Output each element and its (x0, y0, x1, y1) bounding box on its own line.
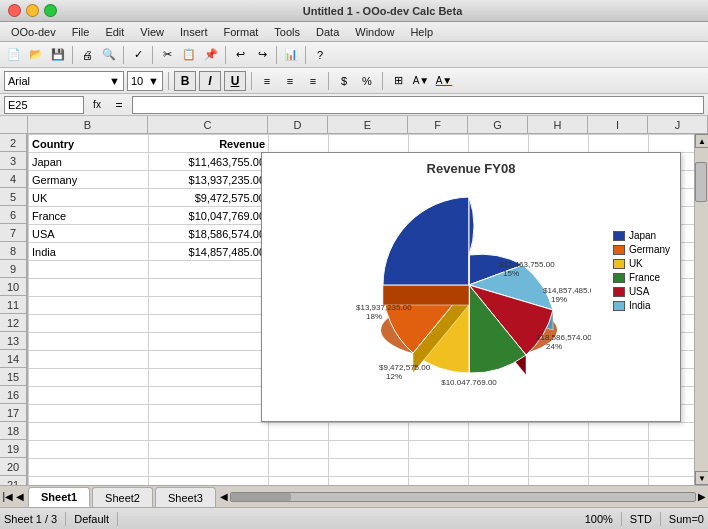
row-header-20[interactable]: 20 (0, 458, 27, 476)
tab-first-btn[interactable]: |◀ (2, 491, 14, 502)
open-icon[interactable]: 📂 (26, 45, 46, 65)
cell-i2[interactable] (589, 135, 649, 153)
menu-tools[interactable]: Tools (267, 24, 307, 40)
underline-button[interactable]: U (224, 71, 246, 91)
cell-c8[interactable]: $14,857,485.00 (149, 243, 269, 261)
sheet-tab-3[interactable]: Sheet3 (155, 487, 216, 507)
align-right-icon[interactable]: ≡ (303, 71, 323, 91)
hscroll-track[interactable] (230, 492, 696, 502)
row-header-19[interactable]: 19 (0, 440, 27, 458)
percent-icon[interactable]: % (357, 71, 377, 91)
menu-insert[interactable]: Insert (173, 24, 215, 40)
paste-icon[interactable]: 📌 (201, 45, 221, 65)
row-header-13[interactable]: 13 (0, 332, 27, 350)
align-left-icon[interactable]: ≡ (257, 71, 277, 91)
bold-button[interactable]: B (174, 71, 196, 91)
cell-b6[interactable]: France (29, 207, 149, 225)
cell-b7[interactable]: USA (29, 225, 149, 243)
currency-icon[interactable]: $ (334, 71, 354, 91)
cell-h2[interactable] (529, 135, 589, 153)
chart-area[interactable]: Revenue FY08 (261, 152, 681, 422)
menu-help[interactable]: Help (403, 24, 440, 40)
spellcheck-icon[interactable]: ✓ (128, 45, 148, 65)
maximize-button[interactable] (44, 4, 57, 17)
menu-file[interactable]: File (65, 24, 97, 40)
cell-b2[interactable]: Country (29, 135, 149, 153)
cell-g2[interactable] (469, 135, 529, 153)
scrollbar-up-btn[interactable]: ▲ (695, 134, 708, 148)
cell-c3[interactable]: $11,463,755.00 (149, 153, 269, 171)
sheet-tab-2[interactable]: Sheet2 (92, 487, 153, 507)
save-icon[interactable]: 💾 (48, 45, 68, 65)
function-wizard-icon[interactable]: fx (87, 95, 107, 115)
menu-format[interactable]: Format (217, 24, 266, 40)
row-header-8[interactable]: 8 (0, 242, 27, 260)
cell-b8[interactable]: India (29, 243, 149, 261)
italic-button[interactable]: I (199, 71, 221, 91)
sheet-tab-1[interactable]: Sheet1 (28, 487, 90, 507)
row-header-6[interactable]: 6 (0, 206, 27, 224)
row-header-3[interactable]: 3 (0, 152, 27, 170)
formula-input[interactable] (132, 96, 704, 114)
size-dropdown-icon[interactable]: ▼ (148, 75, 159, 87)
hscroll-thumb[interactable] (231, 493, 291, 501)
scrollbar-thumb[interactable] (695, 162, 707, 202)
redo-icon[interactable]: ↪ (252, 45, 272, 65)
cell-b3[interactable]: Japan (29, 153, 149, 171)
col-header-d[interactable]: D (268, 116, 328, 134)
col-header-j[interactable]: J (648, 116, 708, 134)
font-dropdown-icon[interactable]: ▼ (109, 75, 120, 87)
row-header-2[interactable]: 2 (0, 134, 27, 152)
col-header-g[interactable]: G (468, 116, 528, 134)
font-size-selector[interactable]: 10 ▼ (127, 71, 163, 91)
col-header-e[interactable]: E (328, 116, 408, 134)
row-header-4[interactable]: 4 (0, 170, 27, 188)
cell-e2[interactable] (329, 135, 409, 153)
cell-c2[interactable]: Revenue (149, 135, 269, 153)
chart-icon[interactable]: 📊 (281, 45, 301, 65)
hscroll-left-btn[interactable]: ◀ (220, 491, 228, 502)
cell-b5[interactable]: UK (29, 189, 149, 207)
col-header-h[interactable]: H (528, 116, 588, 134)
cell-reference-box[interactable]: E25 (4, 96, 84, 114)
col-header-c[interactable]: C (148, 116, 268, 134)
row-header-10[interactable]: 10 (0, 278, 27, 296)
row-header-18[interactable]: 18 (0, 422, 27, 440)
undo-icon[interactable]: ↩ (230, 45, 250, 65)
menu-view[interactable]: View (133, 24, 171, 40)
menu-edit[interactable]: Edit (98, 24, 131, 40)
sum-icon[interactable]: = (109, 95, 129, 115)
font-name-selector[interactable]: Arial ▼ (4, 71, 124, 91)
copy-icon[interactable]: 📋 (179, 45, 199, 65)
row-header-17[interactable]: 17 (0, 404, 27, 422)
row-header-16[interactable]: 16 (0, 386, 27, 404)
bg-color-icon[interactable]: A▼ (411, 71, 431, 91)
col-header-f[interactable]: F (408, 116, 468, 134)
print-preview-icon[interactable]: 🔍 (99, 45, 119, 65)
cut-icon[interactable]: ✂ (157, 45, 177, 65)
row-header-12[interactable]: 12 (0, 314, 27, 332)
hscroll-right-btn[interactable]: ▶ (698, 491, 706, 502)
cell-c6[interactable]: $10,047,769.00 (149, 207, 269, 225)
col-header-b[interactable]: B (28, 116, 148, 134)
print-icon[interactable]: 🖨 (77, 45, 97, 65)
vertical-scrollbar[interactable]: ▲ ▼ (694, 134, 708, 485)
tab-prev-btn[interactable]: ◀ (15, 491, 27, 502)
font-color-icon[interactable]: A▼ (434, 71, 454, 91)
row-header-7[interactable]: 7 (0, 224, 27, 242)
row-header-15[interactable]: 15 (0, 368, 27, 386)
row-header-21[interactable]: 21 (0, 476, 27, 485)
row-header-14[interactable]: 14 (0, 350, 27, 368)
borders-icon[interactable]: ⊞ (388, 71, 408, 91)
new-icon[interactable]: 📄 (4, 45, 24, 65)
cell-f2[interactable] (409, 135, 469, 153)
window-controls[interactable] (8, 4, 57, 17)
cell-b9[interactable] (29, 261, 149, 279)
cell-c7[interactable]: $18,586,574.00 (149, 225, 269, 243)
help-icon[interactable]: ? (310, 45, 330, 65)
cell-d2[interactable] (269, 135, 329, 153)
scrollbar-down-btn[interactable]: ▼ (695, 471, 708, 485)
cell-c5[interactable]: $9,472,575.00 (149, 189, 269, 207)
horizontal-scrollbar[interactable]: ◀ ▶ (218, 486, 708, 507)
menu-ooodev[interactable]: OOo-dev (4, 24, 63, 40)
